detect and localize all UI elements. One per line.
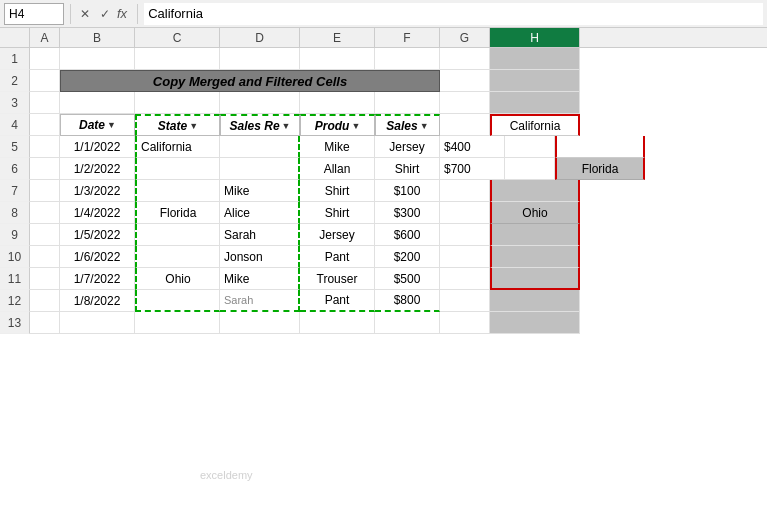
cell-a3[interactable]	[30, 92, 60, 114]
cell-reference-box[interactable]: H4	[4, 3, 64, 25]
col-header-d[interactable]: D	[220, 28, 300, 47]
col-header-h[interactable]: H	[490, 28, 580, 47]
cell-g6[interactable]: $700	[440, 158, 505, 180]
cell-g13[interactable]	[440, 312, 490, 334]
col-header-b[interactable]: B	[60, 28, 135, 47]
cell-h5[interactable]	[555, 136, 645, 158]
cell-a5[interactable]	[30, 136, 60, 158]
state-filter-icon[interactable]: ▼	[189, 121, 198, 131]
cell-f6-product[interactable]: Shirt	[375, 158, 440, 180]
cell-c9[interactable]	[135, 224, 220, 246]
cell-f7[interactable]: $100	[375, 180, 440, 202]
cell-a6[interactable]	[30, 158, 60, 180]
cell-g9[interactable]	[440, 224, 490, 246]
cell-c11[interactable]: Ohio	[135, 268, 220, 290]
cell-d13[interactable]	[220, 312, 300, 334]
cell-d12[interactable]: Sarah	[220, 290, 300, 312]
cell-c7[interactable]	[135, 180, 220, 202]
cell-d1[interactable]	[220, 48, 300, 70]
cell-c5[interactable]: California	[135, 136, 220, 158]
cell-e12[interactable]: Pant	[300, 290, 375, 312]
cell-d10[interactable]: Jonson	[220, 246, 300, 268]
cell-e5[interactable]: Mike	[300, 136, 375, 158]
cell-h13[interactable]	[490, 312, 580, 334]
cell-b6[interactable]: 1/2/2022	[60, 158, 135, 180]
cell-f5-product[interactable]: Jersey	[375, 136, 440, 158]
cell-e8[interactable]: Shirt	[300, 202, 375, 224]
cell-f10[interactable]: $200	[375, 246, 440, 268]
cell-c6[interactable]	[135, 158, 220, 180]
cell-e7[interactable]: Shirt	[300, 180, 375, 202]
cell-h9[interactable]	[490, 224, 580, 246]
cell-b10[interactable]: 1/6/2022	[60, 246, 135, 268]
salesrep-filter-icon[interactable]: ▼	[282, 121, 291, 131]
cell-e10[interactable]: Pant	[300, 246, 375, 268]
cell-h3[interactable]	[490, 92, 580, 114]
cell-f4-header[interactable]: Sales▼	[375, 114, 440, 136]
cell-h12[interactable]	[490, 290, 580, 312]
cell-a4[interactable]	[30, 114, 60, 136]
cell-c4-header[interactable]: State▼	[135, 114, 220, 136]
cell-f9[interactable]: $600	[375, 224, 440, 246]
cell-d8[interactable]: Alice	[220, 202, 300, 224]
cell-g3[interactable]	[440, 92, 490, 114]
cell-g6b[interactable]	[505, 158, 555, 180]
cell-f3[interactable]	[375, 92, 440, 114]
cell-b5[interactable]: 1/1/2022	[60, 136, 135, 158]
product-filter-icon[interactable]: ▼	[351, 121, 360, 131]
col-header-f[interactable]: F	[375, 28, 440, 47]
cell-a13[interactable]	[30, 312, 60, 334]
cell-d9[interactable]: Sarah	[220, 224, 300, 246]
cell-a1[interactable]	[30, 48, 60, 70]
cell-d3[interactable]	[220, 92, 300, 114]
cell-d5[interactable]	[220, 136, 300, 158]
cell-g10[interactable]	[440, 246, 490, 268]
formula-input[interactable]	[144, 3, 763, 25]
cell-a7[interactable]	[30, 180, 60, 202]
cell-b9[interactable]: 1/5/2022	[60, 224, 135, 246]
cell-b11[interactable]: 1/7/2022	[60, 268, 135, 290]
cell-g5b[interactable]	[505, 136, 555, 158]
cell-c13[interactable]	[135, 312, 220, 334]
cell-e9[interactable]: Jersey	[300, 224, 375, 246]
cell-g2[interactable]	[440, 70, 490, 92]
cell-a10[interactable]	[30, 246, 60, 268]
cell-b13[interactable]	[60, 312, 135, 334]
cell-e6[interactable]: Allan	[300, 158, 375, 180]
cell-e13[interactable]	[300, 312, 375, 334]
cell-h4[interactable]: California	[490, 114, 580, 136]
col-header-c[interactable]: C	[135, 28, 220, 47]
cell-h2[interactable]	[490, 70, 580, 92]
cell-c3[interactable]	[135, 92, 220, 114]
cell-b7[interactable]: 1/3/2022	[60, 180, 135, 202]
cell-c12[interactable]	[135, 290, 220, 312]
cell-a9[interactable]	[30, 224, 60, 246]
cell-f11[interactable]: $500	[375, 268, 440, 290]
cell-g5[interactable]: $400	[440, 136, 505, 158]
cell-g4[interactable]	[440, 114, 490, 136]
cell-b8[interactable]: 1/4/2022	[60, 202, 135, 224]
cell-a8[interactable]	[30, 202, 60, 224]
cell-h10[interactable]	[490, 246, 580, 268]
cell-g7[interactable]	[440, 180, 490, 202]
cell-d7[interactable]: Mike	[220, 180, 300, 202]
cell-g1[interactable]	[440, 48, 490, 70]
cell-c8[interactable]: Florida	[135, 202, 220, 224]
cell-f8[interactable]: $300	[375, 202, 440, 224]
date-filter-icon[interactable]: ▼	[107, 120, 116, 130]
col-header-g[interactable]: G	[440, 28, 490, 47]
cell-d6[interactable]	[220, 158, 300, 180]
cell-e4-header[interactable]: Produ▼	[300, 114, 375, 136]
cell-f13[interactable]	[375, 312, 440, 334]
cell-f1[interactable]	[375, 48, 440, 70]
cell-f12[interactable]: $800	[375, 290, 440, 312]
cell-h1[interactable]	[490, 48, 580, 70]
confirm-icon[interactable]: ✓	[97, 7, 113, 21]
cell-g12[interactable]	[440, 290, 490, 312]
cell-e3[interactable]	[300, 92, 375, 114]
cell-d4-header[interactable]: Sales Re▼	[220, 114, 300, 136]
cell-c1[interactable]	[135, 48, 220, 70]
cell-d11[interactable]: Mike	[220, 268, 300, 290]
cell-a2[interactable]	[30, 70, 60, 92]
cell-g11[interactable]	[440, 268, 490, 290]
